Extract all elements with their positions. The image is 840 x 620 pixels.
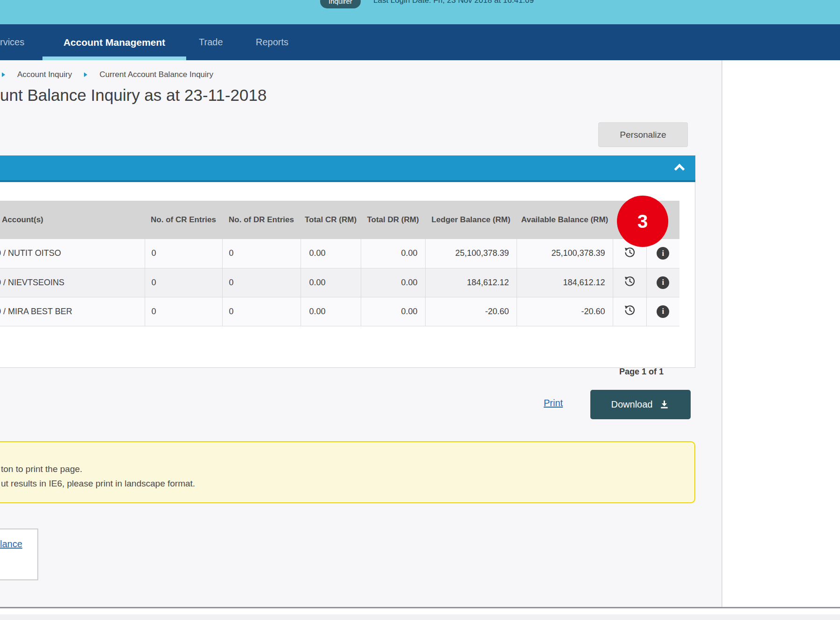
col-header-accounts: Account(s): [0, 201, 145, 239]
page-bottom-border: [0, 607, 840, 608]
pagination-label: Page 1 of 1: [619, 367, 664, 377]
balances-table: Account(s) No. of CR Entries No. of DR E…: [0, 201, 679, 326]
panel-header-bar: [0, 155, 695, 182]
download-icon: [659, 399, 670, 410]
ledger-balance-cell: 25,100,378.39: [425, 239, 517, 268]
top-header-bar: Inquirer Last Login Date: Fri, 23 Nov 20…: [0, 0, 840, 24]
note-line: ton to print the page.: [1, 462, 694, 476]
right-margin-area: [722, 60, 840, 607]
cr-entries-cell: 0: [145, 239, 222, 268]
dr-entries-cell: 0: [222, 297, 301, 326]
breadcrumb-arrow-icon: [2, 72, 5, 77]
annotation-count-badge: 3: [617, 196, 668, 247]
account-cell: 0 / MIRA BEST BER: [0, 297, 145, 326]
info-icon[interactable]: i: [657, 247, 669, 260]
total-dr-cell: 0.00: [361, 268, 425, 297]
note-line: ut results in IE6, please print in lands…: [1, 476, 694, 491]
total-dr-cell: 0.00: [361, 297, 425, 326]
info-icon[interactable]: i: [657, 305, 669, 318]
table-row: 0 / NUTIT OITSO 0 0 0.00 0.00 25,100,378…: [0, 239, 679, 268]
total-cr-cell: 0.00: [301, 268, 361, 297]
download-button[interactable]: Download: [590, 390, 691, 419]
breadcrumb-arrow-icon: [84, 72, 87, 77]
total-cr-cell: 0.00: [301, 297, 361, 326]
balance-link[interactable]: lance: [0, 539, 22, 550]
page-title: unt Balance Inquiry as at 23-11-2018: [0, 86, 266, 105]
history-icon[interactable]: [623, 304, 636, 317]
footer-link-box: lance: [0, 528, 38, 580]
cr-entries-cell: 0: [145, 268, 222, 297]
role-badge: Inquirer: [320, 0, 361, 8]
history-icon[interactable]: [623, 246, 636, 259]
col-header-dr-entries: No. of DR Entries: [222, 201, 301, 239]
available-balance-cell: 184,612.12: [517, 268, 613, 297]
cr-entries-cell: 0: [145, 297, 222, 326]
table-row: 0 / MIRA BEST BER 0 0 0.00 0.00 -20.60 -…: [0, 297, 679, 326]
download-button-label: Download: [611, 399, 653, 410]
print-note-box: ton to print the page. ut results in IE6…: [0, 441, 695, 503]
col-header-ledger-balance: Ledger Balance (RM): [425, 201, 517, 239]
col-header-total-dr: Total DR (RM): [361, 201, 425, 239]
info-icon[interactable]: i: [657, 276, 669, 289]
personalize-button[interactable]: Personalize: [598, 122, 688, 147]
ledger-balance-cell: 184,612.12: [425, 268, 517, 297]
ledger-balance-cell: -20.60: [425, 297, 517, 326]
total-cr-cell: 0.00: [301, 239, 361, 268]
collapse-chevron-icon[interactable]: [674, 164, 685, 175]
account-cell: 0 / NUTIT OITSO: [0, 239, 145, 268]
available-balance-cell: 25,100,378.39: [517, 239, 613, 268]
account-cell: 0 / NIEVTSEOINS: [0, 268, 145, 297]
results-panel: Account(s) No. of CR Entries No. of DR E…: [0, 155, 695, 368]
tab-services[interactable]: rvices: [0, 24, 24, 60]
breadcrumb: Account Inquiry Current Account Balance …: [2, 70, 213, 79]
last-login-text: Last Login Date: Fri, 23 Nov 2018 at 16.…: [373, 0, 534, 5]
tab-trade[interactable]: Trade: [199, 24, 223, 60]
total-dr-cell: 0.00: [361, 239, 425, 268]
dr-entries-cell: 0: [222, 239, 301, 268]
active-tab-underline: [42, 56, 186, 60]
page: Inquirer Last Login Date: Fri, 23 Nov 20…: [0, 0, 840, 620]
main-navbar: rvices Account Management Trade Reports: [0, 24, 840, 60]
col-header-total-cr: Total CR (RM): [301, 201, 361, 239]
tab-reports[interactable]: Reports: [256, 24, 288, 60]
col-header-available-balance: Available Balance (RM): [517, 201, 613, 239]
history-icon[interactable]: [623, 275, 636, 288]
panel-body: Account(s) No. of CR Entries No. of DR E…: [0, 182, 695, 368]
col-header-cr-entries: No. of CR Entries: [145, 201, 222, 239]
table-header-row: Account(s) No. of CR Entries No. of DR E…: [0, 201, 679, 239]
available-balance-cell: -20.60: [517, 297, 613, 326]
dr-entries-cell: 0: [222, 268, 301, 297]
breadcrumb-current-account-balance-inquiry[interactable]: Current Account Balance Inquiry: [99, 70, 213, 79]
print-link[interactable]: Print: [544, 398, 563, 409]
breadcrumb-account-inquiry[interactable]: Account Inquiry: [17, 70, 72, 79]
bottom-strip: [0, 614, 840, 620]
tab-account-management[interactable]: Account Management: [42, 24, 186, 60]
table-row: 0 / NIEVTSEOINS 0 0 0.00 0.00 184,612.12…: [0, 268, 679, 297]
tab-account-management-label: Account Management: [63, 37, 165, 48]
